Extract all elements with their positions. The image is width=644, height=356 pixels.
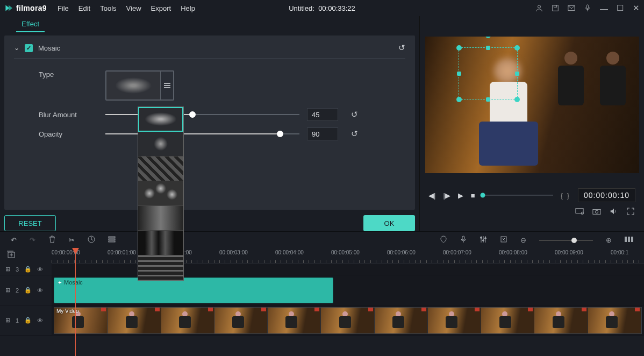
project-title: Untitled: 00:00:33:22 (289, 4, 355, 12)
snapshot-icon[interactable] (592, 208, 601, 215)
play-button[interactable]: ▶ (458, 191, 463, 200)
type-option-6[interactable] (138, 231, 183, 255)
project-title-prefix: Untitled: (289, 4, 314, 12)
type-option-2[interactable] (138, 132, 183, 156)
menu-export[interactable]: Export (151, 4, 171, 12)
opacity-value[interactable]: 90 (307, 127, 338, 140)
svg-rect-15 (109, 241, 115, 242)
zoom-slider[interactable] (539, 240, 593, 241)
menu-help[interactable]: Help (181, 4, 195, 12)
type-list-icon[interactable] (160, 72, 173, 99)
title-bar: filmora9 File Edit Tools View Export Hel… (0, 0, 644, 16)
zoom-out-button[interactable]: ⊖ (520, 236, 526, 244)
split-button[interactable]: ✂ (69, 236, 75, 244)
visibility-icon[interactable]: 👁 (37, 317, 43, 324)
playback-bar: ◀| |▶ ▶ ■ { } 00:00:00:10 (424, 188, 640, 202)
clip-video[interactable]: My Video (54, 307, 642, 334)
effect-section-header[interactable]: ⌄ ✓ Mosaic ↺ (14, 43, 405, 59)
prev-frame-button[interactable]: ◀| (428, 191, 435, 200)
add-track-button[interactable] (6, 251, 15, 260)
opacity-reset-icon[interactable]: ↺ (351, 129, 358, 139)
mark-brackets[interactable]: { } (561, 191, 570, 200)
opacity-slider[interactable] (105, 133, 299, 134)
track-2: ⊞2🔒👁 ✦Mosaic (0, 275, 644, 305)
video-thumbnail (428, 308, 481, 333)
preview-viewport[interactable] (425, 37, 639, 173)
undo-button[interactable]: ↶ (11, 236, 17, 244)
effect-enabled-checkbox[interactable]: ✓ (25, 44, 33, 52)
edit-properties-button[interactable] (108, 236, 116, 245)
video-thumbnail (268, 308, 321, 333)
type-option-1[interactable] (138, 107, 183, 132)
mic-icon[interactable] (584, 4, 591, 12)
save-icon[interactable] (552, 4, 559, 12)
blur-reset-icon[interactable]: ↺ (351, 110, 358, 119)
menu-view[interactable]: View (126, 4, 141, 12)
video-thumbnail (588, 308, 641, 333)
record-vo-icon[interactable] (460, 236, 467, 245)
playhead[interactable] (75, 248, 76, 356)
preview-timecode: 00:00:00:10 (578, 188, 635, 202)
maximize-button[interactable]: ☐ (616, 3, 624, 13)
logo-icon (4, 4, 13, 12)
type-option-4[interactable] (138, 181, 183, 206)
chevron-down-icon[interactable]: ⌄ (14, 44, 19, 52)
mosaic-selection-box[interactable] (459, 47, 518, 100)
clip-mosaic-label: Mosaic (64, 279, 83, 286)
ok-button[interactable]: OK (363, 215, 415, 231)
close-button[interactable]: ✕ (632, 3, 640, 13)
reset-section-icon[interactable]: ↺ (398, 43, 405, 53)
mixer-icon[interactable] (480, 236, 487, 245)
crop-icon[interactable] (500, 236, 507, 245)
zoom-in-button[interactable]: ⊕ (606, 236, 612, 244)
blur-amount-label: Blur Amount (14, 111, 105, 119)
menu-file[interactable]: File (58, 4, 69, 12)
preview-panel: ◀| |▶ ▶ ■ { } 00:00:00:10 (419, 16, 644, 231)
volume-icon[interactable] (610, 208, 618, 215)
svg-rect-5 (164, 83, 170, 84)
lock-icon[interactable]: 🔒 (24, 266, 32, 273)
tab-effect[interactable]: Effect (16, 17, 45, 32)
lock-icon[interactable]: 🔒 (24, 317, 32, 324)
visibility-icon[interactable]: 👁 (37, 266, 43, 273)
app-logo: filmora9 (4, 4, 47, 12)
delete-button[interactable] (48, 236, 56, 245)
type-option-7[interactable] (138, 255, 183, 280)
minimize-button[interactable]: — (600, 4, 607, 13)
visibility-icon[interactable]: 👁 (37, 287, 43, 294)
menu-edit[interactable]: Edit (78, 4, 90, 12)
fullscreen-icon[interactable] (627, 208, 634, 215)
redo-button[interactable]: ↷ (30, 236, 35, 244)
history-button[interactable] (88, 236, 95, 245)
marker-icon[interactable] (440, 236, 447, 245)
stop-button[interactable]: ■ (471, 191, 475, 200)
svg-point-11 (595, 210, 598, 213)
next-frame-button[interactable]: |▶ (443, 191, 450, 200)
main-menu: File Edit Tools View Export Help (58, 4, 195, 12)
zoom-fit-button[interactable] (625, 236, 633, 245)
track-label-icon: ⊞ (5, 317, 10, 324)
display-settings-icon[interactable] (575, 208, 584, 215)
svg-point-0 (538, 5, 540, 8)
mail-icon[interactable] (568, 4, 575, 12)
blur-amount-slider[interactable] (105, 114, 299, 115)
svg-rect-13 (109, 237, 115, 238)
svg-rect-6 (164, 85, 170, 86)
reset-button[interactable]: RESET (4, 215, 56, 231)
effect-panel: Effect ⌄ ✓ Mosaic ↺ Type (0, 16, 419, 231)
ruler-tick: 00:00:1 (611, 250, 628, 255)
clip-mosaic[interactable]: ✦Mosaic (54, 277, 333, 303)
type-option-5[interactable] (138, 206, 183, 231)
svg-rect-16 (462, 236, 464, 240)
type-option-3[interactable] (138, 156, 183, 181)
type-thumbnail (106, 72, 160, 99)
preview-scrubber[interactable] (483, 195, 553, 196)
type-picker[interactable] (105, 70, 174, 101)
menu-tools[interactable]: Tools (100, 4, 116, 12)
svg-rect-22 (628, 237, 630, 242)
blur-amount-value[interactable]: 45 (307, 108, 338, 121)
track-3: ⊞3🔒👁 (0, 264, 644, 275)
account-icon[interactable] (535, 4, 543, 12)
lock-icon[interactable]: 🔒 (24, 287, 32, 294)
track-1-number: 1 (16, 317, 19, 324)
